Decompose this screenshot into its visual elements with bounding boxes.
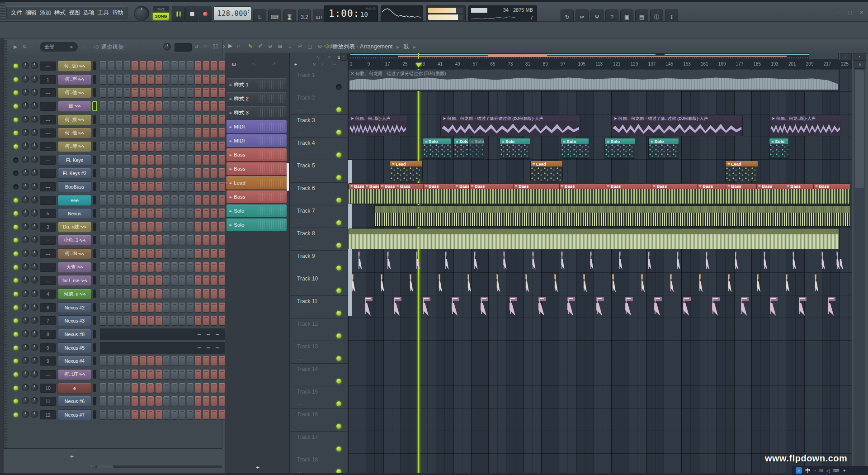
channel-volume-knob[interactable]	[31, 183, 38, 190]
channel-volume-knob[interactable]	[31, 397, 38, 404]
step-cell[interactable]	[195, 115, 201, 124]
channel-volume-knob[interactable]	[31, 116, 38, 123]
track-header[interactable]: Track 12···	[290, 318, 348, 341]
slice-clip[interactable]	[350, 274, 359, 294]
channel-pan-knob[interactable]	[22, 276, 29, 284]
channel-pan-knob[interactable]	[22, 304, 29, 311]
channel-target-display[interactable]: ---	[40, 370, 56, 379]
channel-pan-knob[interactable]	[22, 370, 29, 378]
step-cell[interactable]	[203, 195, 209, 205]
channel-pan-knob[interactable]	[22, 330, 29, 337]
step-cell[interactable]	[219, 88, 225, 97]
step-cell[interactable]	[219, 182, 225, 191]
step-cell[interactable]	[116, 289, 122, 299]
tempo-stepper-icon[interactable]: ▲▼	[248, 9, 250, 13]
step-cell[interactable]	[124, 289, 130, 299]
slice-clip[interactable]	[502, 252, 511, 271]
step-cell[interactable]	[124, 356, 130, 366]
tray-icon-2[interactable]: ◁	[826, 468, 830, 473]
step-cell[interactable]	[124, 249, 130, 258]
step-cell[interactable]	[171, 410, 178, 419]
bass-segment-label[interactable]: ≡ Bass	[785, 184, 813, 189]
step-cell[interactable]	[156, 249, 162, 258]
step-cell[interactable]	[203, 128, 209, 138]
step-cell[interactable]	[132, 396, 138, 406]
pattern-clip[interactable]: ≡ Lead	[530, 161, 563, 181]
track-mute-led[interactable]	[336, 220, 341, 225]
step-cell[interactable]	[171, 128, 178, 138]
slice-clip[interactable]	[624, 297, 633, 317]
slice-clip[interactable]	[646, 252, 656, 271]
pat-mode-label[interactable]: PAT	[153, 6, 169, 13]
channel-volume-knob[interactable]	[31, 62, 38, 69]
playlist-grid[interactable]: ✕ 何鹏、何龙雨 - 错过了缘分错过你 (DJ何鹏版)➤ 何鹏、何..版)-人声…	[348, 69, 852, 475]
tray-icon-4[interactable]: ✦	[843, 468, 846, 473]
step-cell[interactable]	[171, 303, 178, 312]
channel-led[interactable]	[14, 171, 18, 176]
slip-tool-icon[interactable]: ↔	[286, 42, 294, 50]
channel-volume-knob[interactable]	[31, 169, 38, 176]
track-header[interactable]: Track 1···	[290, 69, 348, 92]
step-cell[interactable]	[124, 142, 130, 151]
pattern-item[interactable]: ≡Solo	[226, 204, 287, 217]
mute-tool-icon[interactable]: ⊠	[276, 42, 284, 50]
step-cell[interactable]	[108, 383, 114, 393]
channel-pan-knob[interactable]	[22, 250, 29, 257]
channel-button[interactable]: 何..他	[58, 128, 91, 138]
menu-item-2[interactable]: 添加	[40, 9, 51, 17]
step-cell[interactable]	[100, 303, 106, 312]
vocal-audio-clip[interactable]: ➤ 何鹏、何龙雨 - 错过了缘..过你 (DJ何鹏版)-人声	[611, 115, 743, 136]
step-cell[interactable]	[179, 262, 185, 272]
channel-button[interactable]: Nexus #6	[58, 396, 91, 407]
channel-led[interactable]	[14, 90, 18, 95]
step-cell[interactable]	[108, 142, 114, 151]
step-cell[interactable]	[171, 168, 178, 178]
step-cell[interactable]	[132, 209, 138, 218]
step-cell[interactable]	[195, 168, 201, 178]
bass-segment-label[interactable]: ≡ Bass	[454, 184, 469, 189]
step-cell[interactable]	[171, 262, 178, 272]
step-cell[interactable]	[203, 356, 209, 366]
picker-tab-patterns-icon[interactable]: ш	[232, 61, 236, 66]
track-mute-led[interactable]	[336, 130, 341, 135]
step-cell[interactable]	[203, 410, 209, 419]
channel-target-display[interactable]: ---	[40, 88, 56, 97]
channel-volume-knob[interactable]	[31, 236, 38, 243]
step-cell[interactable]	[203, 168, 209, 178]
song-mode-label[interactable]: SONG	[153, 13, 169, 20]
channel-button[interactable]: 何..版)	[58, 61, 91, 71]
step-cell[interactable]	[124, 168, 130, 178]
step-cell[interactable]	[163, 370, 170, 379]
channel-target-display[interactable]: ---	[40, 62, 56, 71]
step-cell[interactable]	[203, 182, 209, 191]
track-options-icon[interactable]: ···	[297, 402, 302, 407]
step-cell[interactable]	[147, 262, 154, 272]
step-cell[interactable]	[116, 303, 122, 312]
step-cell[interactable]	[124, 88, 130, 97]
channel-target-display[interactable]: ---	[40, 169, 56, 178]
step-cell[interactable]	[187, 115, 193, 124]
drumloop-clip[interactable]	[374, 205, 850, 227]
track-mute-led[interactable]	[336, 446, 341, 451]
slice-clip[interactable]	[835, 252, 844, 271]
channel-button[interactable]: Nexus #4	[58, 356, 91, 366]
channel-volume-knob[interactable]	[31, 411, 38, 418]
channel-volume-knob[interactable]	[31, 304, 38, 311]
step-cell[interactable]	[108, 303, 114, 312]
menu-item-7[interactable]: 帮助	[112, 9, 123, 17]
step-cell[interactable]	[211, 249, 217, 258]
bass-segment-label[interactable]: ≡ Bass	[395, 184, 423, 189]
channel-volume-knob[interactable]	[31, 317, 38, 324]
step-cell[interactable]	[211, 155, 217, 165]
step-cell[interactable]	[163, 61, 170, 71]
slice-clip[interactable]	[755, 274, 764, 294]
step-cell[interactable]	[108, 209, 114, 218]
step-cell[interactable]	[187, 396, 193, 406]
step-cell[interactable]	[124, 235, 130, 245]
audio-clip-muted[interactable]: ✕ 何鹏、何龙雨 - 错过了缘分错过你 (DJ何鹏版)	[348, 70, 839, 91]
channel-target-display[interactable]: 5	[40, 209, 56, 218]
bass-segment-label[interactable]: ≡ Bass	[605, 184, 651, 189]
step-cell[interactable]	[140, 101, 146, 111]
step-cell[interactable]	[163, 249, 170, 258]
step-cell[interactable]	[156, 289, 162, 299]
